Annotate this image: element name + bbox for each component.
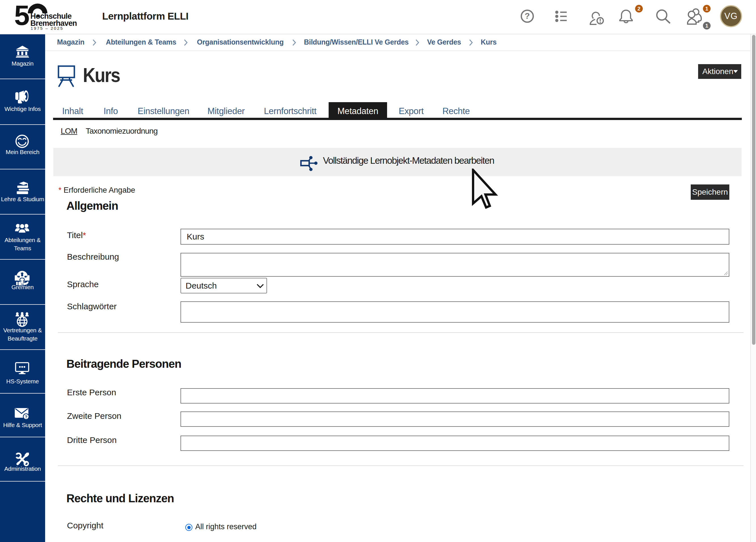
svg-text:1975 – 2025: 1975 – 2025 [31,26,64,31]
svg-text:5: 5 [14,1,29,31]
svg-text:?: ? [525,11,530,20]
svg-text:?: ? [25,414,27,419]
